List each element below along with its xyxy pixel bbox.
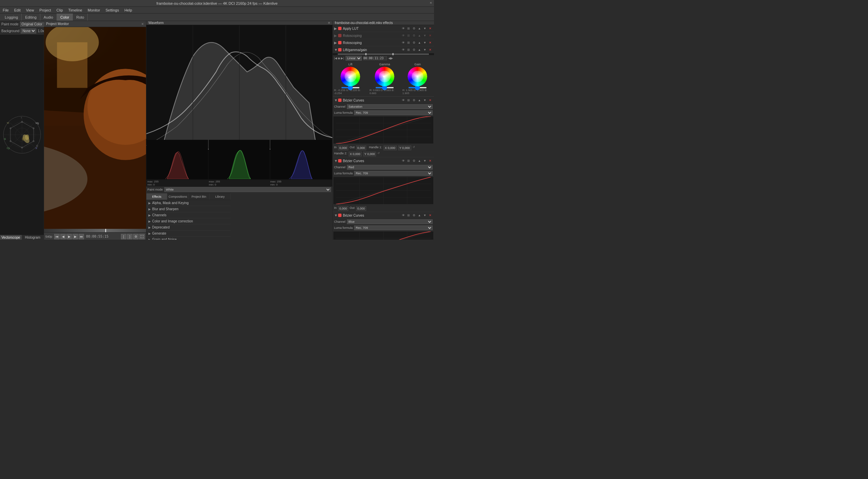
handle2-y[interactable]: Y 0,000 [363,152,376,156]
luma-select-2[interactable]: Rec. 709 [354,171,433,176]
delete-icon[interactable]: ✕ [428,213,433,218]
eye-icon[interactable]: 👁 [401,98,406,103]
eye-icon[interactable]: 👁 [401,47,406,52]
up-icon[interactable]: ▲ [417,26,422,31]
tab-library[interactable]: Library [210,193,231,200]
delete-icon[interactable]: ✕ [428,26,433,31]
next-keyframe-btn[interactable]: ▶| [341,57,344,60]
eye-icon[interactable]: 👁 [401,213,406,218]
monitor-zoom[interactable]: 540p [45,235,52,238]
effect-rotoscoping-2-header[interactable]: ▶ Rotoscoping 👁 ⊞ ⚙ ▲ ▼ ✕ [333,39,434,46]
settings-icon[interactable]: ⚙ [412,47,416,52]
handle2-x[interactable]: X 0,000 [349,152,362,156]
btn-fullscreen[interactable]: ⛶ [139,234,145,239]
add-keyframe-btn[interactable]: ◆ [338,57,340,60]
btn-next-frame[interactable]: ▶ [73,234,78,239]
eye-icon[interactable]: 👁 [401,40,406,45]
video-scrubber[interactable] [44,229,146,232]
channel-select-3[interactable]: Blue [347,219,433,224]
bg-select[interactable]: None [21,28,36,34]
menu-timeline[interactable]: Timeline [66,7,85,13]
reset-icon-2[interactable]: ↺ [377,152,380,156]
btn-step-back[interactable]: ⏮ [54,234,60,239]
copy-icon[interactable]: ⊞ [406,33,411,38]
menu-view[interactable]: View [23,7,37,13]
prev-keyframe-btn[interactable]: |◀ [334,57,337,60]
lift-slider[interactable] [341,87,360,88]
down-icon[interactable]: ▼ [422,213,427,218]
out-value[interactable]: 0,000 [356,146,367,150]
copy-icon[interactable]: ⊞ [406,47,411,52]
luma-select[interactable]: Rec. 709 [354,110,433,115]
bezier-3-svg[interactable] [333,232,433,240]
up-icon[interactable]: ▲ [417,213,422,218]
delete-icon[interactable]: ✕ [428,98,433,103]
settings-icon[interactable]: ⚙ [412,213,416,218]
tab-effects[interactable]: Effects [146,193,167,200]
luma-select-3[interactable]: Rec. 709 [354,225,433,230]
down-icon[interactable]: ▼ [422,47,427,52]
up-icon[interactable]: ▲ [417,47,422,52]
up-icon[interactable]: ▲ [417,158,422,163]
category-blur-header[interactable]: ▶ Blur and Sharpen [146,206,231,212]
copy-icon[interactable]: ⊞ [406,213,411,218]
channel-select[interactable]: Saturation [347,104,433,109]
btn-play[interactable]: ▶ [66,234,72,239]
out-value-2[interactable]: 0,000 [356,206,367,211]
keyframe-timecode[interactable] [363,56,387,60]
category-alpha-header[interactable]: ▶ Alpha, Mask and Keying [146,200,231,206]
delete-icon[interactable]: ✕ [428,47,433,52]
up-icon[interactable]: ▲ [417,33,422,38]
waveform-close[interactable]: ✕ [328,21,330,25]
effect-rotoscoping-1-header[interactable]: ▶ Rotoscoping 👁 ⊞ ⚙ ▲ ▼ ✕ [333,32,434,39]
tab-histogram[interactable]: Histogram [22,235,44,240]
tab-compositions[interactable]: Compositions [167,193,188,200]
up-icon[interactable]: ▲ [417,98,422,103]
tab-project-bin[interactable]: Project Bin [189,193,210,200]
up-icon[interactable]: ▲ [417,40,422,45]
handle1-y[interactable]: Y 0,000 [398,146,411,150]
channel-select-2[interactable]: Red [347,165,433,170]
down-icon[interactable]: ▼ [422,158,427,163]
btn-settings[interactable]: ⚙ [133,234,139,239]
reset-icon[interactable]: ↺ [413,146,415,150]
down-icon[interactable]: ▼ [422,40,427,45]
btn-mark-in[interactable]: [ [121,234,126,239]
gain-wheel[interactable] [408,67,427,86]
copy-icon[interactable]: ⊞ [406,26,411,31]
keyframe-bar[interactable] [333,53,434,55]
category-channels-header[interactable]: ▶ Channels [146,212,231,218]
gamma-wheel[interactable] [375,67,394,86]
menu-project[interactable]: Project [37,7,54,13]
copy-icon[interactable]: ⊞ [406,158,411,163]
bezier-1-header[interactable]: ▼ Bézier Curves 👁 ⊞ ⚙ ▲ ▼ ✕ [333,97,434,104]
tab-vectorscope[interactable]: Vectorscope [0,235,22,240]
timecode-nav[interactable]: ◀▶ [388,57,393,60]
settings-icon[interactable]: ⚙ [412,98,416,103]
delete-icon[interactable]: ✕ [428,33,433,38]
tab-editing[interactable]: Editing [22,14,40,21]
menu-edit[interactable]: Edit [12,7,23,13]
gain-slider[interactable] [408,87,427,88]
settings-icon[interactable]: ⚙ [412,33,416,38]
close-button[interactable]: × [430,1,432,5]
bezier-3-header[interactable]: ▼ Bézier Curves 👁 ⊞ ⚙ ▲ ▼ ✕ [333,212,434,219]
copy-icon[interactable]: ⊞ [406,40,411,45]
category-grain-header[interactable]: ▶ Grain and Noise [146,237,231,240]
down-icon[interactable]: ▼ [422,98,427,103]
tab-roto[interactable]: Roto [73,14,88,21]
effect-apply-lut-header[interactable]: ▶ Apply LUT 👁 ⊞ ⚙ ▲ ▼ ✕ [333,25,434,32]
btn-mark-out[interactable]: ] [127,234,132,239]
rgb-pm-select[interactable]: White [164,187,331,192]
category-deprecated-header[interactable]: ▶ Deprecated [146,224,231,230]
menu-clip[interactable]: Clip [54,7,66,13]
eye-icon[interactable]: 👁 [401,33,406,38]
eye-icon[interactable]: 👁 [401,26,406,31]
bezier-2-svg[interactable] [333,177,433,204]
interpolation-select[interactable]: Linear [346,56,362,61]
in-value[interactable]: 0,000 [338,146,349,150]
settings-icon[interactable]: ⚙ [412,40,416,45]
tab-audio[interactable]: Audio [40,14,57,21]
btn-step-fwd[interactable]: ⏭ [79,234,84,239]
category-generate-header[interactable]: ▶ Generate [146,231,231,236]
